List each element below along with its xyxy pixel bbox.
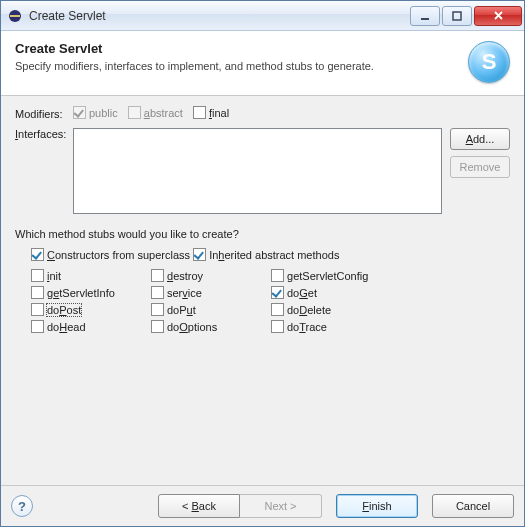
checkbox-doHead-label: doHead [47, 321, 86, 333]
checkbox-init-label: init [47, 270, 61, 282]
servlet-icon: S [468, 41, 510, 83]
checkbox-init[interactable]: init [31, 269, 151, 282]
modifier-abstract-text: abstract [144, 107, 183, 119]
checkbox-inherited-label: Inherited abstract methods [209, 249, 339, 261]
checkbox-icon [31, 269, 44, 282]
modifier-public-text: public [89, 107, 118, 119]
checkbox-getServletConfig[interactable]: getServletConfig [271, 269, 411, 282]
checkbox-icon [31, 286, 44, 299]
checkbox-doDelete[interactable]: doDelete [271, 303, 411, 316]
checkbox-doOptions[interactable]: doOptions [151, 320, 271, 333]
cancel-button[interactable]: Cancel [432, 494, 514, 518]
modifiers-label: Modifiers: [15, 106, 73, 120]
checkbox-doPost[interactable]: doPost [31, 303, 151, 316]
dialog-footer: ? < Back Next > Finish Cancel [1, 485, 524, 526]
checkbox-icon [73, 106, 86, 119]
checkbox-service-label: service [167, 287, 202, 299]
checkbox-icon [151, 320, 164, 333]
dialog-window: Create Servlet Create Servlet Specify mo… [0, 0, 525, 527]
checkbox-constructors[interactable]: Constructors from superclass [31, 248, 190, 261]
checkbox-doTrace[interactable]: doTrace [271, 320, 411, 333]
page-title: Create Servlet [15, 41, 460, 56]
checkbox-doGet[interactable]: doGet [271, 286, 411, 299]
wizard-header: Create Servlet Specify modifiers, interf… [1, 31, 524, 96]
checkbox-doPut[interactable]: doPut [151, 303, 271, 316]
minimize-button[interactable] [410, 6, 440, 26]
remove-button: Remove [450, 156, 510, 178]
checkbox-icon [271, 320, 284, 333]
svg-rect-3 [453, 12, 461, 20]
page-description: Specify modifiers, interfaces to impleme… [15, 60, 460, 72]
checkbox-icon [151, 303, 164, 316]
checkbox-doOptions-label: doOptions [167, 321, 217, 333]
modifier-abstract: abstract [128, 106, 183, 119]
window-buttons [410, 6, 522, 26]
checkbox-getServletInfo[interactable]: getServletInfo [31, 286, 151, 299]
stubs-question: Which method stubs would you like to cre… [15, 228, 510, 240]
checkbox-icon [31, 248, 44, 261]
checkbox-doPut-label: doPut [167, 304, 196, 316]
method-stub-grid: initdestroygetServletConfiggetServletInf… [31, 269, 510, 333]
checkbox-icon [271, 286, 284, 299]
checkbox-service[interactable]: service [151, 286, 271, 299]
back-button[interactable]: < Back [158, 494, 240, 518]
interfaces-list[interactable] [73, 128, 442, 214]
checkbox-icon [31, 303, 44, 316]
svg-rect-1 [10, 15, 20, 17]
close-button[interactable] [474, 6, 522, 26]
checkbox-icon [151, 269, 164, 282]
finish-button[interactable]: Finish [336, 494, 418, 518]
checkbox-icon [193, 248, 206, 261]
checkbox-doGet-label: doGet [287, 287, 317, 299]
titlebar[interactable]: Create Servlet [1, 1, 524, 31]
checkbox-getServletInfo-label: getServletInfo [47, 287, 115, 299]
maximize-button[interactable] [442, 6, 472, 26]
modifier-public: public [73, 106, 118, 119]
checkbox-icon [31, 320, 44, 333]
next-button: Next > [240, 494, 322, 518]
help-button[interactable]: ? [11, 495, 33, 517]
window-title: Create Servlet [29, 9, 410, 23]
app-icon [7, 8, 23, 24]
checkbox-icon [271, 303, 284, 316]
checkbox-destroy[interactable]: destroy [151, 269, 271, 282]
add-button[interactable]: Add... [450, 128, 510, 150]
checkbox-doTrace-label: doTrace [287, 321, 327, 333]
modifiers-row: Modifiers: public abstract final [15, 106, 510, 120]
checkbox-doDelete-label: doDelete [287, 304, 331, 316]
checkbox-doHead[interactable]: doHead [31, 320, 151, 333]
checkbox-destroy-label: destroy [167, 270, 203, 282]
dialog-body: Modifiers: public abstract final Interfa… [1, 96, 524, 485]
interfaces-row: Interfaces: Add... Remove [15, 128, 510, 214]
checkbox-icon [151, 286, 164, 299]
checkbox-icon [193, 106, 206, 119]
svg-rect-2 [421, 18, 429, 20]
checkbox-doPost-label: doPost [47, 304, 81, 316]
checkbox-getServletConfig-label: getServletConfig [287, 270, 368, 282]
modifier-final-text: final [209, 107, 229, 119]
checkbox-inherited[interactable]: Inherited abstract methods [193, 248, 339, 261]
interfaces-label: Interfaces: [15, 128, 73, 140]
checkbox-icon [128, 106, 141, 119]
checkbox-icon [271, 269, 284, 282]
checkbox-constructors-label: Constructors from superclass [47, 249, 190, 261]
modifier-final[interactable]: final [193, 106, 229, 119]
